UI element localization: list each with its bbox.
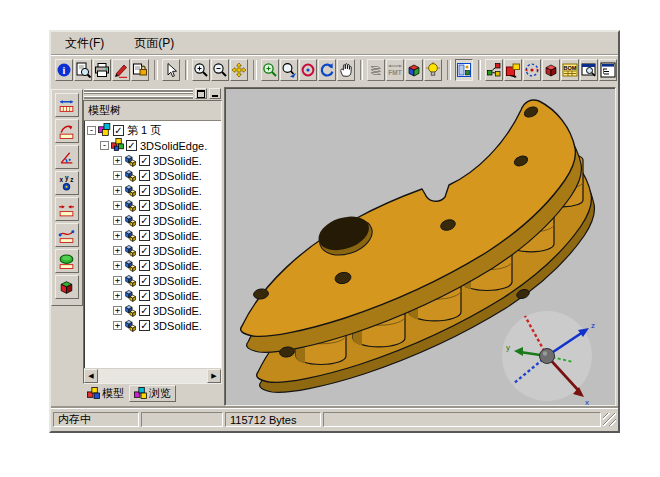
- explode-button[interactable]: [485, 59, 503, 81]
- tree-item-label[interactable]: 3DSolidE.: [153, 200, 202, 212]
- tree-expand-toggle[interactable]: +: [113, 201, 122, 210]
- tree-expand-toggle[interactable]: +: [113, 216, 122, 225]
- render-button[interactable]: [542, 59, 560, 81]
- part-node-icon: [124, 213, 137, 227]
- viewport-3d[interactable]: z x y: [224, 87, 616, 406]
- tree-expand-toggle[interactable]: +: [113, 321, 122, 330]
- tree-hscrollbar[interactable]: ◀ ▶: [84, 368, 221, 383]
- resize-grip[interactable]: [603, 413, 616, 426]
- scroll-left-icon[interactable]: ◀: [84, 369, 98, 383]
- tree-expand-toggle[interactable]: -: [87, 126, 96, 135]
- radial-dimension-button[interactable]: [55, 119, 79, 143]
- preview-window-button[interactable]: [580, 59, 598, 81]
- distance-dimension-button[interactable]: [55, 197, 79, 221]
- tree-row: +✓3DSolidE.: [84, 243, 221, 258]
- tree-checkbox[interactable]: ✓: [139, 155, 150, 166]
- tree-hscroll-track[interactable]: [98, 369, 207, 383]
- snapshot-button[interactable]: [504, 59, 522, 81]
- tree-item-label[interactable]: 3DSolidE.: [153, 170, 202, 182]
- tree-checkbox[interactable]: ✓: [139, 215, 150, 226]
- model-tree-toggle-button[interactable]: [455, 59, 473, 81]
- pan-hand-button[interactable]: [337, 59, 355, 81]
- zoom-out-button[interactable]: [211, 59, 229, 81]
- tree-expand-toggle[interactable]: +: [113, 156, 122, 165]
- tree-checkbox[interactable]: ✓: [113, 125, 124, 136]
- refresh-view-button[interactable]: [318, 59, 336, 81]
- zoom-select-button[interactable]: [280, 59, 298, 81]
- zoom-in-icon: [193, 62, 209, 78]
- tree-checkbox[interactable]: ✓: [139, 230, 150, 241]
- tree-expand-toggle[interactable]: +: [113, 231, 122, 240]
- assembly-node-icon: [111, 138, 124, 154]
- layers-button[interactable]: [367, 59, 385, 81]
- menu-page[interactable]: 页面(P): [130, 33, 178, 54]
- view-cube-button[interactable]: [405, 59, 423, 81]
- orbit-button[interactable]: [523, 59, 541, 81]
- tab-model[interactable]: 模型: [83, 385, 128, 402]
- tree-checkbox[interactable]: ✓: [139, 275, 150, 286]
- tree-checkbox[interactable]: ✓: [139, 185, 150, 196]
- format-button[interactable]: FMT: [386, 59, 404, 81]
- tree-checkbox[interactable]: ✓: [139, 170, 150, 181]
- status-pane-1: [141, 412, 223, 427]
- print-preview-button[interactable]: [74, 59, 92, 81]
- coordinate-dimension-button[interactable]: xyz: [55, 171, 79, 195]
- tree-item-label[interactable]: 3DSolidE.: [153, 230, 202, 242]
- tree-item-label[interactable]: 第 1 页: [127, 123, 161, 138]
- redline-button[interactable]: [112, 59, 130, 81]
- lighting-button[interactable]: [424, 59, 442, 81]
- tree-checkbox[interactable]: ✓: [126, 140, 137, 151]
- zoom-in-button[interactable]: [192, 59, 210, 81]
- tree-checkbox[interactable]: ✓: [139, 290, 150, 301]
- permissions-button[interactable]: [131, 59, 149, 81]
- panel-grip-lines[interactable]: [84, 89, 193, 99]
- tree-item-label[interactable]: 3DSolidE.: [153, 215, 202, 227]
- tree-checkbox[interactable]: ✓: [139, 200, 150, 211]
- tree-item-label[interactable]: 3DSolidE.: [153, 305, 202, 317]
- panel-grip[interactable]: [83, 87, 222, 100]
- angle-dimension-button[interactable]: [55, 145, 79, 169]
- tree-expand-toggle[interactable]: +: [113, 246, 122, 255]
- tree-expand-toggle[interactable]: -: [100, 141, 109, 150]
- volume-dimension-button[interactable]: [55, 275, 79, 299]
- print-button[interactable]: [93, 59, 111, 81]
- tree-checkbox[interactable]: ✓: [139, 260, 150, 271]
- tree-row: +✓3DSolidE.: [84, 273, 221, 288]
- panel-minimize-button[interactable]: [209, 88, 221, 99]
- tab-browse[interactable]: 浏览: [129, 385, 176, 402]
- tree-item-label[interactable]: 3DSolidE.: [153, 275, 202, 287]
- about-button[interactable]: i: [55, 59, 73, 81]
- pan-button[interactable]: [230, 59, 248, 81]
- tree-expand-toggle[interactable]: +: [113, 186, 122, 195]
- tree-checkbox[interactable]: ✓: [139, 305, 150, 316]
- tree-expand-toggle[interactable]: +: [113, 276, 122, 285]
- zoom-window-button[interactable]: [261, 59, 279, 81]
- tree-expand-toggle[interactable]: +: [113, 261, 122, 270]
- page: 文件(F) 页面(P) iFMTBOM xyz 模型树 -✓第 1 页-✓3DS…: [0, 0, 660, 477]
- tree-item-label[interactable]: 3DSolidE.: [153, 155, 202, 167]
- area-dimension-button[interactable]: [55, 249, 79, 273]
- bom-button[interactable]: BOM: [561, 59, 579, 81]
- structure-list-button[interactable]: [599, 59, 617, 81]
- part-node-icon: [124, 183, 137, 197]
- tree-item-label[interactable]: 3DSolidE.: [153, 320, 202, 332]
- menu-file[interactable]: 文件(F): [61, 33, 108, 54]
- zoom-target-button[interactable]: [299, 59, 317, 81]
- tree-checkbox[interactable]: ✓: [139, 320, 150, 331]
- tree-item-label[interactable]: 3DSolidE.: [153, 185, 202, 197]
- select-button[interactable]: [162, 59, 180, 81]
- tree-item-label[interactable]: 3DSolidEdge.: [140, 140, 207, 152]
- tree-expand-toggle[interactable]: +: [113, 291, 122, 300]
- tree-expand-toggle[interactable]: +: [113, 171, 122, 180]
- tree-item-label[interactable]: 3DSolidE.: [153, 260, 202, 272]
- tree-expand-toggle[interactable]: +: [113, 306, 122, 315]
- scroll-right-icon[interactable]: ▶: [207, 369, 221, 383]
- main-toolbar: iFMTBOM: [51, 55, 618, 85]
- curve-dimension-button[interactable]: [55, 223, 79, 247]
- linear-dimension-button[interactable]: [55, 93, 79, 117]
- tree-checkbox[interactable]: ✓: [139, 245, 150, 256]
- tree-row: +✓3DSolidE.: [84, 183, 221, 198]
- panel-maximize-button[interactable]: [195, 88, 207, 99]
- tree-item-label[interactable]: 3DSolidE.: [153, 245, 202, 257]
- tree-item-label[interactable]: 3DSolidE.: [153, 290, 202, 302]
